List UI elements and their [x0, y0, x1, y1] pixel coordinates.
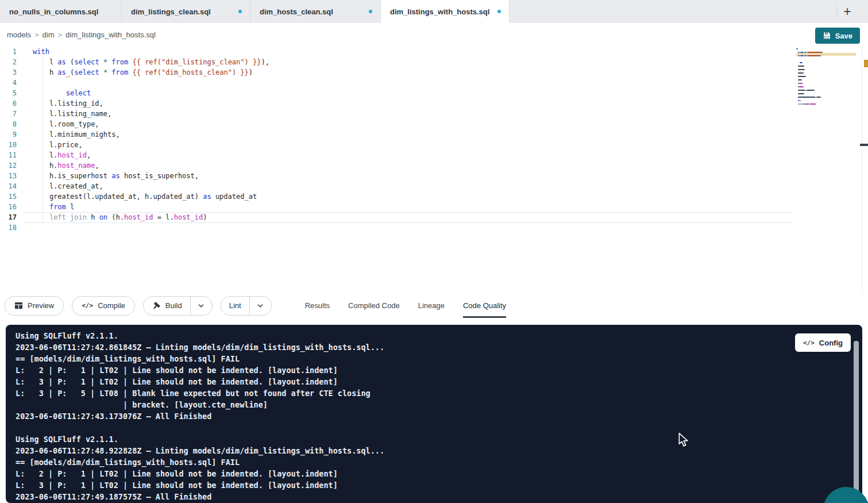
- config-button[interactable]: </> Config: [795, 333, 851, 352]
- plus-icon: +: [843, 4, 851, 20]
- panel-tab-compiled-code[interactable]: Compiled Code: [348, 293, 400, 318]
- code-line[interactable]: with: [0, 47, 793, 57]
- editor-tab[interactable]: dim_listings_clean.sql: [122, 0, 250, 23]
- code-line[interactable]: h.host_name,: [0, 160, 793, 171]
- terminal-line: L: 3 | P: 1 | LT02 | Line should not be …: [16, 479, 862, 491]
- code-line[interactable]: [0, 222, 793, 233]
- minimap-line: [798, 97, 815, 98]
- minimap-line: [807, 103, 810, 105]
- code-line[interactable]: l.minimum_nights,: [0, 129, 793, 140]
- minimap-line: [798, 79, 801, 80]
- new-tab-button[interactable]: +: [839, 3, 855, 20]
- save-button[interactable]: Save: [815, 28, 860, 44]
- tab-label: dim_listings_with_hosts.sql: [390, 7, 492, 16]
- lint-split-button: Lint: [221, 296, 272, 316]
- terminal-line: L: 3 | P: 5 | LT08 | Blank line expected…: [16, 387, 862, 399]
- code-line[interactable]: left join h on (h.host_id = l.host_id): [0, 212, 793, 222]
- lint-dropdown-button[interactable]: [249, 297, 271, 315]
- terminal-line: 2023-06-06T11:27:43.173076Z — All Finish…: [16, 410, 862, 422]
- minimap-line: [801, 52, 804, 53]
- minimap-line: [802, 83, 803, 84]
- minimap-line: [798, 72, 804, 74]
- code-line[interactable]: h as (select * from {{ ref("dim_hosts_cl…: [0, 67, 793, 78]
- minimap-line: [798, 90, 805, 91]
- lint-output-terminal: Using SQLFluff v2.1.1.2023-06-06T11:27:4…: [6, 325, 862, 503]
- panel-tab-results[interactable]: Results: [305, 293, 330, 318]
- tab-bar: no_nulls_in_columns.sqldim_listings_clea…: [0, 0, 868, 23]
- lint-button[interactable]: Lint: [221, 297, 249, 315]
- terminal-line: 2023-06-06T11:27:49.187575Z — All Finish…: [16, 491, 862, 502]
- tab-label: dim_listings_clean.sql: [131, 7, 233, 16]
- code-area[interactable]: with l as (select * from {{ ref("dim_lis…: [0, 47, 793, 233]
- minimap[interactable]: [796, 48, 856, 115]
- editor-tab[interactable]: dim_hosts_clean.sql: [250, 0, 381, 23]
- code-brackets-icon: </>: [803, 339, 815, 347]
- terminal-scrollbar[interactable]: [854, 341, 859, 503]
- floppy-disk-icon: [823, 32, 831, 40]
- code-line[interactable]: l.listing_name,: [0, 109, 793, 119]
- code-editor[interactable]: 123456789101112131415161718 with l as (s…: [0, 46, 868, 294]
- overview-ruler-divider: [862, 46, 862, 294]
- breadcrumb-item[interactable]: dim: [43, 30, 55, 39]
- code-line[interactable]: l.listing_id,: [0, 98, 793, 109]
- mouse-cursor-icon: [677, 432, 690, 447]
- terminal-line: L: 3 | P: 1 | LT02 | Line should not be …: [16, 376, 862, 387]
- minimap-line: [798, 76, 806, 77]
- terminal-line: 2023-06-06T11:27:48.922828Z — Linting mo…: [16, 445, 862, 456]
- minimap-line: [805, 90, 806, 91]
- code-brackets-icon: </>: [82, 302, 93, 309]
- config-label: Config: [819, 339, 843, 347]
- minimap-line: [803, 86, 804, 87]
- build-button[interactable]: Build: [144, 297, 190, 315]
- overview-ruler-cursor-marker: [860, 144, 868, 146]
- code-line[interactable]: l.created_at,: [0, 181, 793, 191]
- code-line[interactable]: h.is_superhost as host_is_superhost,: [0, 171, 793, 181]
- minimap-line: [798, 69, 805, 70]
- minimap-line: [807, 90, 815, 91]
- minimap-line: [804, 103, 805, 105]
- panel-tab-lineage[interactable]: Lineage: [418, 293, 445, 318]
- editor-tab[interactable]: dim_listings_with_hosts.sql: [381, 0, 510, 23]
- build-dropdown-button[interactable]: [190, 297, 212, 315]
- action-toolbar: Preview </> Compile Build Lint: [0, 293, 868, 318]
- build-split-button: Build: [143, 296, 213, 316]
- panel-tab-code-quality[interactable]: Code Quality: [463, 293, 506, 318]
- code-line[interactable]: greatest(l.updated_at, h.updated_at) as …: [0, 191, 793, 202]
- minimap-line: [815, 103, 816, 105]
- terminal-line: L: 2 | P: 1 | LT02 | Line should not be …: [16, 364, 862, 376]
- code-line[interactable]: from l: [0, 202, 793, 212]
- breadcrumb-separator-icon: >: [57, 30, 62, 39]
- breadcrumb-item[interactable]: models: [7, 30, 31, 39]
- chevron-down-icon: [256, 302, 264, 310]
- breadcrumb: models>dim>dim_listings_with_hosts.sql: [0, 23, 868, 46]
- table-grid-icon: [14, 301, 23, 310]
- editor-tab[interactable]: no_nulls_in_columns.sql: [0, 0, 122, 23]
- preview-button[interactable]: Preview: [5, 296, 64, 316]
- minimap-line: [805, 55, 807, 56]
- panel-tabs: ResultsCompiled CodeLineageCode Quality: [305, 293, 524, 318]
- minimap-line: [816, 97, 821, 98]
- terminal-log: Using SQLFluff v2.1.1.2023-06-06T11:27:4…: [16, 330, 862, 502]
- minimap-line: [796, 48, 798, 49]
- minimap-line: [820, 55, 821, 56]
- code-line[interactable]: l.host_id,: [0, 150, 793, 160]
- chevron-down-icon: [197, 302, 205, 310]
- terminal-line: == [models/dim/dim_listings_with_hosts.s…: [16, 353, 862, 364]
- minimap-line: [801, 55, 804, 56]
- code-line[interactable]: l.room_type,: [0, 119, 793, 129]
- hammer-icon: [152, 301, 161, 310]
- build-label: Build: [165, 301, 182, 310]
- compile-button[interactable]: </> Compile: [72, 296, 135, 316]
- code-line[interactable]: l.price,: [0, 140, 793, 150]
- code-line[interactable]: l as (select * from {{ ref("dim_listings…: [0, 57, 793, 67]
- minimap-line: [815, 97, 816, 98]
- breadcrumb-separator-icon: >: [34, 30, 39, 39]
- minimap-line: [812, 103, 815, 105]
- save-label: Save: [835, 32, 852, 40]
- code-line[interactable]: [0, 78, 793, 88]
- breadcrumb-item[interactable]: dim_listings_with_hosts.sql: [65, 30, 156, 39]
- code-line[interactable]: select: [0, 88, 793, 98]
- terminal-line: 2023-06-06T11:27:42.861845Z — Linting mo…: [16, 341, 862, 353]
- minimap-line: [798, 66, 804, 67]
- terminal-line: Using SQLFluff v2.1.1.: [16, 330, 862, 341]
